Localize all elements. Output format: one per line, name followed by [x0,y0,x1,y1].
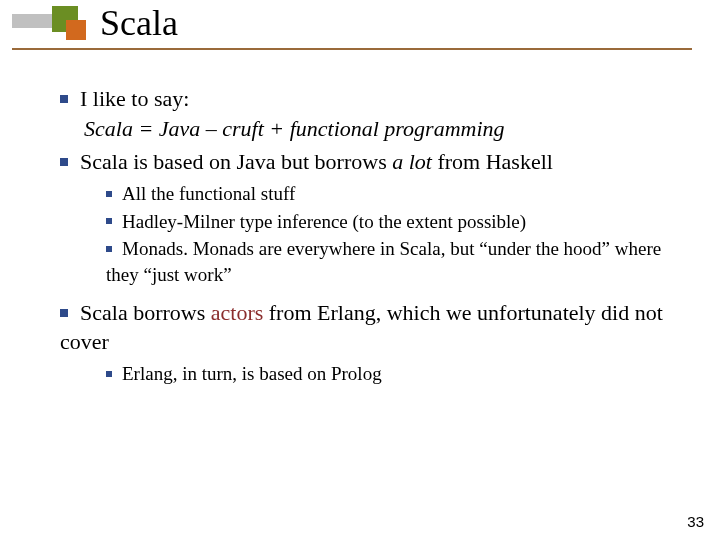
bullet-icon [60,309,68,317]
bullet-text: Erlang, in turn, is based on Prolog [122,363,382,384]
bullet-text: All the functional stuff [122,183,295,204]
page-number: 33 [687,513,704,530]
bullet-text: Scala is based on Java but borrows a lot… [80,149,553,174]
bullet-icon [106,371,112,377]
bullet-level1: I like to say: Scala = Java – cruft + fu… [60,84,680,143]
slide-content: I like to say: Scala = Java – cruft + fu… [60,80,680,389]
bullet-level1: Scala borrows actors from Erlang, which … [60,298,680,357]
bullet-text: Scala borrows actors from Erlang, which … [60,300,663,355]
bullet-level2: Monads. Monads are everywhere in Scala, … [106,236,680,287]
bullet-level2: Erlang, in turn, is based on Prolog [106,361,680,387]
bullet-icon [60,158,68,166]
slide-logo [12,6,82,46]
bullet-icon [106,246,112,252]
slide-title: Scala [100,2,178,44]
bullet-level1: Scala is based on Java but borrows a lot… [60,147,680,177]
bullet-level2: All the functional stuff [106,181,680,207]
title-underline [12,48,692,50]
bullet-italic-line: Scala = Java – cruft + functional progra… [84,114,680,144]
logo-orange-square [66,20,86,40]
bullet-text: Hadley-Milner type inference (to the ext… [122,211,526,232]
bullet-icon [106,218,112,224]
bullet-text: I like to say: [80,86,189,111]
bullet-level2: Hadley-Milner type inference (to the ext… [106,209,680,235]
bullet-icon [60,95,68,103]
bullet-text: Monads. Monads are everywhere in Scala, … [106,238,661,285]
bullet-icon [106,191,112,197]
